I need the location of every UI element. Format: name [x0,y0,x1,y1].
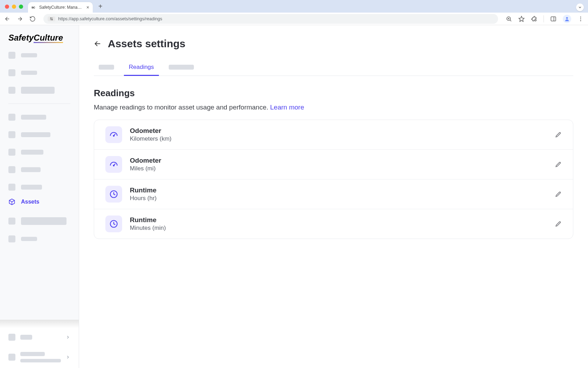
svg-marker-10 [519,16,524,21]
new-tab-button[interactable]: + [98,2,103,10]
svg-point-22 [113,165,114,166]
reading-name: Odometer [130,127,547,135]
svg-point-14 [580,16,581,17]
tabs: Readings [94,60,573,76]
sidebar-section-middle [0,110,79,194]
site-settings-icon[interactable] [48,16,55,21]
sidebar-divider [8,104,70,104]
cube-icon [8,198,15,205]
sidebar-item-skeleton [8,131,70,138]
forward-button[interactable] [17,16,23,22]
tab-readings[interactable]: Readings [129,60,154,76]
sidebar-item-label: Assets [21,199,39,205]
reload-button[interactable] [29,16,36,22]
readings-list: Odometer Kilometers (km) Odometer Miles … [94,120,573,239]
reading-unit: Miles (mi) [130,165,547,172]
svg-point-20 [113,135,114,136]
clock-icon [105,215,122,232]
sidebar-footer-item[interactable] [0,328,79,346]
svg-line-7 [510,20,511,21]
tab-skeleton[interactable] [99,61,114,75]
sidebar-footer-item[interactable] [0,346,79,368]
page-title: Assets settings [108,38,186,50]
gauge-icon [105,156,122,173]
back-arrow-button[interactable] [94,40,102,48]
sidebar-item-skeleton [8,114,70,121]
sidebar-section-bottom [0,210,79,246]
sidebar-item-skeleton [8,217,70,225]
reading-row: Odometer Kilometers (km) [94,120,573,150]
chevron-right-icon [65,335,70,340]
window-minimize-icon[interactable] [12,5,16,9]
edit-button[interactable] [555,191,562,198]
app-container: SafetyCulture Assets [0,25,588,368]
edit-button[interactable] [555,161,562,168]
sidebar-item-skeleton [8,69,70,76]
section-description: Manage readings to monitor asset usage a… [94,104,573,111]
reading-name: Runtime [130,186,547,194]
page-header: Assets settings [94,38,573,50]
brand-logo[interactable]: SafetyCulture [0,25,79,48]
sidebar-footer [0,320,79,368]
close-icon[interactable]: × [86,5,89,10]
bookmark-icon[interactable] [518,16,525,22]
window-controls [5,5,23,9]
clock-icon [105,186,122,203]
window-close-icon[interactable] [5,5,9,9]
svg-rect-11 [551,17,556,21]
reading-unit: Minutes (min) [130,225,547,232]
panel-icon[interactable] [550,16,556,22]
reading-name: Runtime [130,216,547,224]
sidebar-item-skeleton [8,184,70,191]
svg-point-13 [566,17,568,19]
edit-button[interactable] [555,220,562,227]
sidebar-item-assets[interactable]: Assets [0,194,79,210]
browser-actions [506,15,584,23]
tab-title: SafetyCulture: Manage Teams and… [39,5,84,10]
tab-skeleton[interactable] [169,61,194,75]
reading-row: Odometer Miles (mi) [94,150,573,179]
reading-name: Odometer [130,157,547,164]
url-text: https://app.safetyculture.com/assets/set… [58,16,162,21]
sidebar-item-skeleton [8,235,70,242]
menu-icon[interactable] [578,16,584,22]
sidebar-item-skeleton [8,149,70,156]
sidebar-item-skeleton [8,87,70,94]
svg-point-16 [580,20,581,21]
sidebar-item-skeleton [8,52,70,59]
main-content: Assets settings Readings Readings Manage… [79,25,588,368]
browser-tab[interactable]: SC SafetyCulture: Manage Teams and… × [28,2,93,13]
section-heading: Readings [94,88,573,99]
favicon-icon: SC [31,6,36,9]
zoom-icon[interactable] [506,16,512,22]
sidebar: SafetyCulture Assets [0,25,79,368]
back-button[interactable] [4,16,10,22]
window-maximize-icon[interactable] [19,5,23,9]
chevron-right-icon [65,355,70,360]
gauge-icon [105,126,122,143]
sidebar-item-skeleton [8,166,70,173]
reading-row: Runtime Minutes (min) [94,209,573,239]
extensions-icon[interactable] [531,16,537,22]
reading-unit: Hours (hr) [130,195,547,202]
svg-point-4 [50,17,51,18]
learn-more-link[interactable]: Learn more [270,104,304,111]
edit-button[interactable] [555,131,562,138]
reading-row: Runtime Hours (hr) [94,179,573,209]
browser-tab-strip: SC SafetyCulture: Manage Teams and… × + [0,0,588,13]
sidebar-section-top [0,48,79,97]
profile-button[interactable] [563,15,571,23]
tab-overflow-button[interactable] [576,3,584,11]
reading-unit: Kilometers (km) [130,135,547,142]
svg-point-15 [580,18,581,19]
browser-toolbar: https://app.safetyculture.com/assets/set… [0,13,588,25]
address-bar[interactable]: https://app.safetyculture.com/assets/set… [43,14,498,24]
svg-point-5 [52,19,52,20]
